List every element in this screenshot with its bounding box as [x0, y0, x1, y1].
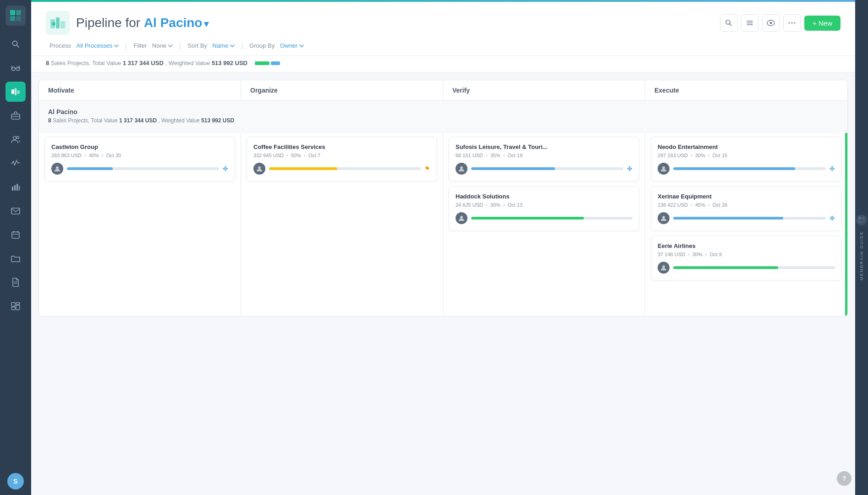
card-xerinae-avatar — [658, 212, 670, 224]
sidebar-item-pipeline[interactable] — [5, 82, 26, 102]
card-coffee[interactable]: Coffee Facilities Services 332 645 USD •… — [247, 137, 437, 182]
svg-rect-32 — [60, 21, 65, 28]
svg-point-43 — [794, 22, 796, 24]
svg-point-14 — [17, 137, 19, 139]
svg-rect-15 — [12, 187, 13, 191]
filter-bar: Process All Processes | Filter None | So… — [46, 40, 841, 55]
card-eerie-footer — [658, 262, 835, 274]
svg-point-13 — [13, 137, 16, 140]
header: Pipeline for Al Pacino▾ — [31, 2, 855, 56]
svg-rect-0 — [10, 10, 15, 15]
svg-point-33 — [52, 22, 55, 26]
sidebar-item-reports[interactable] — [5, 177, 26, 197]
card-xerinae-meta: 136 422 USD • 45% • Oct 26 — [658, 202, 835, 208]
card-coffee-avatar — [253, 163, 265, 175]
svg-rect-1 — [16, 10, 21, 15]
sidebar-item-briefcase[interactable] — [5, 105, 26, 126]
kanban-board: Motivate Organize Verify Execute Al Paci… — [38, 80, 848, 317]
process-filter[interactable]: Process All Processes — [46, 40, 122, 51]
filter-value: None — [152, 42, 166, 49]
card-haddock-footer — [456, 212, 632, 224]
sort-value: Name — [213, 42, 229, 49]
haddock-progress-wrap — [471, 217, 632, 220]
group-label: Group By — [249, 42, 275, 49]
sidebar-item-folder[interactable] — [5, 248, 26, 269]
eerie-progress-fill — [673, 266, 778, 269]
col-header-execute: Execute — [645, 80, 847, 100]
sufosis-puzzle-icon: ✤ — [627, 165, 632, 172]
svg-rect-27 — [16, 302, 20, 304]
card-coffee-title: Coffee Facilities Services — [253, 143, 430, 150]
sidebar-item-analytics[interactable] — [5, 296, 26, 316]
card-eerie-title: Eerie Airlines — [658, 242, 835, 249]
eerie-progress-wrap — [673, 266, 835, 269]
svg-rect-52 — [862, 217, 865, 220]
filter-label: Filter — [134, 42, 147, 49]
svg-rect-19 — [11, 208, 20, 214]
coffee-progress-fill — [269, 167, 337, 170]
svg-point-44 — [56, 166, 59, 169]
haddock-progress-fill — [471, 217, 584, 220]
divider-1: | — [125, 42, 127, 50]
card-eerie[interactable]: Eerie Airlines 37 146 USD • 30% • Oct 9 — [651, 236, 842, 280]
card-sufosis-meta: 68 151 USD • 35% • Oct 19 — [456, 153, 632, 158]
svg-point-47 — [460, 216, 463, 219]
sort-filter[interactable]: Sort By Name — [184, 40, 238, 51]
group-title: Al Pacino — [48, 108, 838, 116]
col-header-verify: Verify — [443, 80, 645, 100]
card-haddock-title: Haddock Solutions — [456, 193, 632, 200]
castleton-progress-wrap — [67, 167, 219, 170]
filter-filter[interactable]: Filter None — [130, 40, 177, 51]
card-neodo[interactable]: Neodo Entertainment 297 163 USD • 30% • … — [651, 137, 842, 182]
col-header-motivate: Motivate — [39, 80, 241, 100]
card-sufosis-footer: ✤ — [456, 163, 632, 175]
svg-rect-28 — [11, 307, 15, 310]
menu-button[interactable] — [741, 14, 758, 32]
sidebar-item-email[interactable] — [5, 201, 26, 221]
sidebar-item-search[interactable] — [5, 34, 26, 54]
view-button[interactable] — [762, 14, 780, 32]
card-neodo-footer: ✤ — [658, 163, 835, 175]
svg-point-46 — [460, 166, 463, 169]
header-top: Pipeline for Al Pacino▾ — [46, 11, 841, 35]
more-button[interactable] — [783, 14, 801, 32]
user-avatar[interactable]: S — [7, 473, 24, 490]
sidebar-item-activity[interactable] — [5, 153, 26, 173]
right-guide: MEMBRAIN GUIDE — [855, 0, 868, 495]
card-castleton-footer: ✤ — [51, 163, 228, 175]
group-filter[interactable]: Group By Owner — [246, 40, 308, 51]
card-haddock-meta: 24 625 USD • 30% • Oct 13 — [456, 202, 632, 208]
stats-text: 8 Sales Projects, Total Value 1 317 344 … — [46, 60, 247, 66]
kanban-col-motivate: Castleton Group 283 863 USD • 40% • Oct … — [39, 133, 241, 316]
card-sufosis-avatar — [456, 163, 467, 175]
kanban-col-verify: Sufosis Leisure, Travel & Touri... 68 15… — [443, 133, 645, 316]
svg-point-40 — [770, 22, 772, 24]
sidebar-item-binoculars[interactable] — [5, 58, 26, 78]
card-xerinae[interactable]: Xerinae Equipment 136 422 USD • 45% • Oc… — [651, 186, 842, 231]
neodo-progress-fill — [673, 167, 795, 170]
svg-rect-10 — [17, 90, 20, 94]
group-stats: 8 Sales Projects, Total Value 1 317 344 … — [48, 117, 838, 124]
search-button[interactable] — [720, 14, 737, 32]
weighted-progress-bar — [255, 61, 280, 65]
new-button[interactable]: + New — [804, 16, 841, 31]
col-header-organize: Organize — [241, 80, 443, 100]
sidebar-item-calendar[interactable] — [5, 225, 26, 245]
app-logo[interactable] — [5, 6, 26, 26]
pipeline-icon — [46, 11, 70, 35]
card-sufosis[interactable]: Sufosis Leisure, Travel & Touri... 68 15… — [449, 137, 639, 182]
svg-point-50 — [662, 265, 665, 268]
help-button[interactable]: ? — [837, 471, 852, 486]
sidebar-item-documents[interactable] — [5, 272, 26, 292]
svg-point-42 — [791, 22, 793, 24]
sort-label: Sort By — [187, 42, 207, 49]
header-left: Pipeline for Al Pacino▾ — [46, 11, 209, 35]
svg-line-35 — [730, 24, 731, 26]
guide-label: MEMBRAIN GUIDE — [859, 231, 864, 280]
card-castleton[interactable]: Castleton Group 283 863 USD • 40% • Oct … — [44, 137, 235, 182]
card-haddock[interactable]: Haddock Solutions 24 625 USD • 30% • Oct… — [449, 186, 639, 231]
svg-rect-3 — [16, 16, 21, 21]
card-haddock-avatar — [456, 212, 467, 224]
sidebar-item-contacts[interactable] — [5, 129, 26, 149]
coffee-progress-wrap — [269, 167, 421, 170]
